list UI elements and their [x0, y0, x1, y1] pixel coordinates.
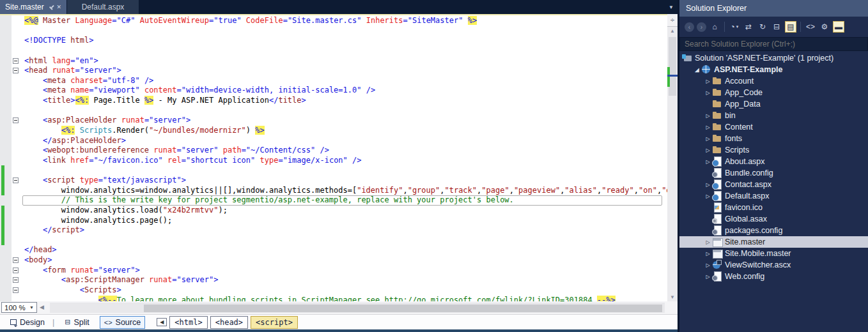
collapsed-arrow-icon[interactable]: ▷ [704, 124, 712, 130]
code-editor[interactable]: <%@ Master Language="C#" AutoEventWireup… [0, 14, 667, 301]
scroll-down-arrow-icon[interactable]: ▼ [667, 294, 678, 300]
code-line-3[interactable]: <!DOCTYPE html> [0, 36, 667, 46]
code-line-6[interactable]: <head runat="server"> [0, 66, 667, 76]
fold-collapse-icon[interactable] [13, 257, 19, 263]
code-line-20[interactable]: window.analytics.load("x24b2rmtvv"); [0, 206, 667, 216]
code-line-11[interactable]: <asp:PlaceHolder runat="server"> [0, 116, 667, 126]
source-view-button[interactable]: <> Source [100, 316, 145, 329]
design-view-button[interactable]: Design [6, 317, 49, 328]
code-line-18[interactable]: window.analytics=window.analytics||[],wi… [0, 186, 667, 196]
collapsed-arrow-icon[interactable]: ▷ [704, 262, 712, 268]
tree-item-web-config[interactable]: ▷Web.config [679, 271, 868, 282]
breadcrumb-back-button[interactable]: ◀ [157, 318, 167, 326]
code-line-5[interactable]: <html lang="en"> [0, 56, 667, 66]
code-line-12[interactable]: <%: Scripts.Render("~/bundles/modernizr"… [0, 126, 667, 136]
code-line-23[interactable] [0, 236, 667, 246]
home-icon[interactable]: ⌂ [709, 21, 720, 33]
split-view-button[interactable]: ⊟ Split [61, 317, 93, 328]
fold-collapse-icon[interactable] [13, 268, 19, 273]
code-line-8[interactable]: <meta name="viewport" content="width=dev… [0, 86, 667, 96]
fold-collapse-icon[interactable] [13, 58, 19, 64]
splitter-gripper[interactable]: ÷ [667, 14, 678, 27]
tree-item-favicon-ico[interactable]: favicon.ico [679, 202, 868, 213]
vertical-scrollbar[interactable]: ÷ ▲ ▼ [667, 14, 678, 301]
scroll-left-arrow-icon[interactable]: ◀ [40, 304, 44, 310]
tree-item-asp-net-example[interactable]: ◢ASP.NET-Example [679, 64, 868, 75]
pending-changes-filter-icon[interactable]: ◔▾ [729, 21, 740, 33]
code-line-26[interactable]: <form runat="server"> [0, 266, 667, 276]
collapsed-arrow-icon[interactable]: ▷ [704, 251, 712, 257]
collapsed-arrow-icon[interactable]: ▷ [704, 193, 712, 199]
back-icon[interactable]: ‹ [685, 22, 694, 32]
forward-icon[interactable]: › [697, 22, 706, 32]
tab-site-master[interactable]: Site.master ✕ [0, 0, 66, 14]
fold-collapse-icon[interactable] [13, 177, 19, 183]
search-input[interactable] [679, 37, 868, 51]
breadcrumb-tag[interactable]: <head> [210, 316, 248, 329]
collapsed-arrow-icon[interactable]: ▷ [704, 90, 712, 96]
zoom-select[interactable]: 100 % ▼ [1, 302, 37, 313]
tree-item-account[interactable]: ▷Account [679, 75, 868, 87]
collapsed-arrow-icon[interactable]: ▷ [704, 159, 712, 165]
code-line-15[interactable]: <link href="~/favicon.ico" rel="shortcut… [0, 156, 667, 166]
tree-item-fonts[interactable]: ▷fonts [679, 133, 868, 144]
fold-collapse-icon[interactable] [13, 68, 19, 73]
code-line-2[interactable] [0, 26, 667, 36]
code-line-21[interactable]: window.analytics.page(); [0, 216, 667, 226]
tab-default-aspx[interactable]: Default.aspx [67, 0, 139, 14]
collapsed-arrow-icon[interactable]: ▷ [704, 182, 712, 188]
code-line-25[interactable]: <body> [0, 255, 667, 266]
code-line-10[interactable] [0, 106, 667, 116]
refresh-icon[interactable]: ↻ [757, 21, 768, 33]
tree-item-global-asax[interactable]: Global.asax [679, 213, 868, 225]
expanded-arrow-icon[interactable]: ◢ [693, 67, 701, 73]
document-list-chevron-icon[interactable]: ▼ [669, 4, 674, 10]
fold-collapse-icon[interactable] [13, 277, 19, 283]
sync-with-active-document-icon[interactable]: ⇄ [743, 21, 754, 33]
pin-icon[interactable] [47, 3, 54, 11]
collapsed-arrow-icon[interactable]: ▷ [704, 136, 712, 142]
code-line-19[interactable]: // This is the write key for project seg… [0, 195, 667, 206]
tree-item-content[interactable]: ▷Content [679, 121, 868, 133]
horizontal-scroll-thumb[interactable] [144, 305, 662, 312]
code-line-24[interactable]: </head> [0, 245, 667, 255]
tree-item-packages-config[interactable]: packages.config [679, 225, 868, 236]
code-line-13[interactable]: </asp:PlaceHolder> [0, 136, 667, 146]
tree-item-app-data[interactable]: App_Data [679, 98, 868, 110]
tree-item-scripts[interactable]: ▷Scripts [679, 144, 868, 156]
fold-collapse-icon[interactable] [13, 287, 19, 293]
code-line-28[interactable]: <Scripts> [0, 285, 667, 296]
tree-item-solution-asp-net-example-1-project[interactable]: Solution 'ASP.NET-Example' (1 project) [679, 52, 868, 64]
tree-item-site-mobile-master[interactable]: ▷Site.Mobile.master [679, 248, 868, 259]
collapsed-arrow-icon[interactable]: ▷ [704, 274, 712, 280]
scroll-up-arrow-icon[interactable]: ▲ [667, 28, 678, 34]
collapsed-arrow-icon[interactable]: ▷ [704, 113, 712, 119]
tree-item-about-aspx[interactable]: ▷About.aspx [679, 156, 868, 167]
collapsed-arrow-icon[interactable]: ▷ [704, 79, 712, 84]
collapse-all-icon[interactable]: ⊟ [771, 21, 782, 33]
horizontal-scrollbar[interactable] [50, 303, 665, 313]
vertical-scroll-thumb[interactable] [669, 37, 676, 96]
code-line-9[interactable]: <title><%: Page.Title %> - My ASP.NET Ap… [0, 96, 667, 106]
tree-item-app-code[interactable]: ▷App_Code [679, 87, 868, 98]
tree-item-contact-aspx[interactable]: ▷Contact.aspx [679, 179, 868, 190]
tree-item-default-aspx[interactable]: ▷Default.aspx [679, 190, 868, 202]
fold-collapse-icon[interactable] [13, 117, 19, 123]
collapsed-arrow-icon[interactable]: ▷ [704, 147, 712, 153]
code-line-17[interactable]: <script type="text/javascript"> [0, 176, 667, 186]
code-line-22[interactable]: </script> [0, 225, 667, 236]
collapsed-arrow-icon[interactable]: ▷ [704, 239, 712, 245]
tree-item-bundle-config[interactable]: Bundle.config [679, 167, 868, 179]
preview-selected-items-icon[interactable]: ▬ [833, 21, 844, 33]
code-line-29[interactable]: <%--To learn more about bundling scripts… [0, 296, 667, 302]
code-line-27[interactable]: <asp:ScriptManager runat="server"> [0, 275, 667, 285]
code-line-7[interactable]: <meta charset="utf-8" /> [0, 76, 667, 86]
close-icon[interactable]: ✕ [56, 4, 61, 10]
view-code-icon[interactable]: <> [805, 21, 816, 33]
breadcrumb-tag[interactable]: <html> [169, 316, 207, 329]
code-line-1[interactable]: <%@ Master Language="C#" AutoEventWireup… [0, 16, 667, 26]
code-line-16[interactable] [0, 165, 667, 176]
tree-item-viewswitcher-ascx[interactable]: ▷ViewSwitcher.ascx [679, 259, 868, 271]
tree-item-site-master[interactable]: ▷Site.master [679, 236, 868, 248]
tree-item-bin[interactable]: ▷bin [679, 110, 868, 121]
